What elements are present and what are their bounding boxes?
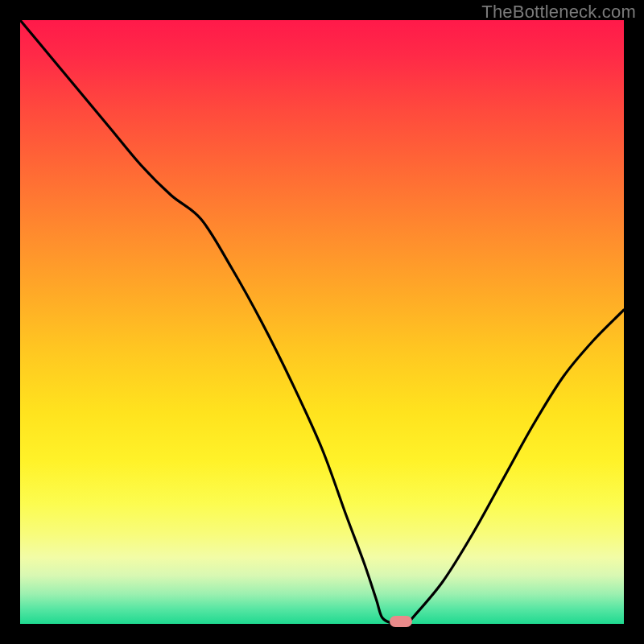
chart-frame: TheBottleneck.com bbox=[0, 0, 644, 644]
bottleneck-curve bbox=[20, 20, 624, 624]
plot-area bbox=[20, 20, 624, 624]
optimum-marker bbox=[390, 616, 412, 627]
curve-svg bbox=[20, 20, 624, 624]
